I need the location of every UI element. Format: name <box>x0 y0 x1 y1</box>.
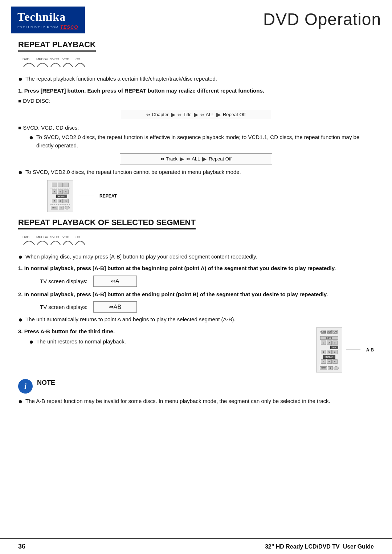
remote-ab-btn-enter <box>334 366 339 370</box>
disc-icons-svg: DVD MPEG4 SVCD VCD CD <box>22 57 94 70</box>
repeat-icon-all2: ⇔ <box>186 156 190 162</box>
remote-ab-btn-5: 5 <box>327 350 332 354</box>
tv-display-a-value: ⇔A <box>111 278 119 284</box>
section2-bullet-3: ● The unit restores to normal playback. <box>29 338 309 346</box>
remote-btn-0: 0 <box>59 206 64 209</box>
tv-display-ab-value: ⇔AB <box>109 304 121 310</box>
bullet-dot-1: ● <box>18 75 23 82</box>
remote-divider2 <box>50 204 70 205</box>
section2-bold3: 3. Press A-B button for the third time. <box>18 327 309 336</box>
note-bullet-text: The A-B repeat function may be invalid f… <box>25 397 330 406</box>
ab-line <box>346 350 360 350</box>
footer-page-number: 36 <box>18 543 25 550</box>
remote-ab-btn-repeat: REPEAT <box>323 355 335 359</box>
remote-row-repeat: REPEAT <box>56 195 70 198</box>
section2-bullet-text-2: The unit automatically returns to point … <box>25 315 236 324</box>
flow-repeat-off-2: Repeat Off <box>209 156 232 162</box>
note-content: NOTE <box>37 379 55 388</box>
flow-arrow-1: ▶ <box>171 111 175 118</box>
flow-arrow-4: ▶ <box>180 155 184 162</box>
note-label: NOTE <box>37 379 55 387</box>
bullet-dot-svcd: ● <box>29 134 33 141</box>
remote-ab-btn-9: 9 <box>332 359 338 364</box>
note-bullets: ● The A-B repeat function may be invalid… <box>18 397 374 406</box>
svg-text:DVD: DVD <box>23 57 30 61</box>
tv-screen-a: ⇔A <box>93 276 137 287</box>
remote-ab-row-nums1: 1 2 3 <box>319 341 339 345</box>
remote-divider1 <box>50 188 70 188</box>
remote-btn-repeat: REPEAT <box>56 195 67 198</box>
bullet-item-2: ● To SVCD, VCD2.0 discs, the repeat func… <box>18 168 374 176</box>
bullet-dot-s2-2: ● <box>18 316 23 323</box>
bullet-text-2: To SVCD, VCD2.0 discs, the repeat functi… <box>25 168 241 176</box>
flow-all: ⇔ ALL <box>200 112 214 117</box>
bullet-dot-2: ● <box>18 168 23 176</box>
remote-ab-btn-2: 2 <box>327 341 332 345</box>
note-bullet-item: ● The A-B repeat function may be invalid… <box>18 397 374 406</box>
remote-ab-row-ab: A-B <box>319 346 339 349</box>
flow-arrow-2: ▶ <box>194 111 198 118</box>
remote-btn-menu: MENU <box>51 206 58 209</box>
bullet-dot-s2-3: ● <box>29 338 33 345</box>
bullet-text-1: The repeat playback function enables a c… <box>25 75 217 83</box>
flow-arrow-5: ▶ <box>202 155 207 162</box>
remote-ab-btn-menu: MENU <box>320 366 327 370</box>
bullet-item-1: ● The repeat playback function enables a… <box>18 75 374 83</box>
remote-ab-row-top: PAUSE STOP PLAY <box>319 330 339 334</box>
dvd-disc-label: ■ DVD DISC: <box>18 97 374 105</box>
remote-row-nums2: 7 8 9 <box>50 199 70 203</box>
remote-ab-btn-play: PLAY <box>332 330 338 334</box>
section2-bullet-text-3: The unit restores to normal playback. <box>36 338 126 346</box>
section1-bullets: ● The repeat playback function enables a… <box>18 75 374 83</box>
flow-title-label: Title <box>183 112 192 117</box>
remote-btn-4: 4 <box>52 190 57 194</box>
remote-ab-row-repeat: REPEAT <box>319 355 339 359</box>
remote-ab-btn-7: 7 <box>321 359 326 364</box>
remote-btn-pause <box>52 183 57 187</box>
note-section: i NOTE <box>18 379 374 394</box>
info-icon: i <box>24 382 26 391</box>
remote-btn-8: 8 <box>58 199 63 203</box>
note-icon: i <box>18 379 33 394</box>
main-content: REPEAT PLAYBACK DVD MPEG4 SVCD VCD CD <box>0 33 392 416</box>
remote-repeat-section: 4 5 6 REPEAT 7 8 9 MENU 0 <box>47 180 374 212</box>
flow-chapter-label: Chapter <box>152 112 168 117</box>
repeat-line <box>79 196 94 196</box>
flow-track: ⇔ Track <box>160 156 177 162</box>
remote-ab-btn-goto: GOTO <box>320 336 338 340</box>
svcd-flow-diagram: ⇔ Track ▶ ⇔ ALL ▶ Repeat Off <box>120 153 272 164</box>
section-selected-segment: REPEAT PLAYBACK OF SELECTED SEGMENT DVD … <box>18 218 374 372</box>
tv-screen-ab: ⇔AB <box>93 301 137 313</box>
remote-ab-label-group: A-B <box>346 347 374 353</box>
svg-text:CD: CD <box>75 235 80 239</box>
logo-box: Technika EXCLUSIVELY FROM TESCO <box>11 7 85 33</box>
remote-ab-btn-8: 8 <box>327 359 332 364</box>
logo-technika: Technika <box>17 10 66 24</box>
remote-ab-btn-stop: STOP <box>327 330 332 334</box>
remote-repeat-diagram: 4 5 6 REPEAT 7 8 9 MENU 0 <box>47 180 73 212</box>
section2-bullets: ● When playing disc, you may press [A-B]… <box>18 253 374 261</box>
flow-repeat-off: Repeat Off <box>223 112 246 117</box>
footer: 36 32" HD Ready LCD/DVD TV User Guide <box>0 538 392 554</box>
section2-bullet3-list: ● The unit restores to normal playback. <box>29 338 309 346</box>
bullet-dot-s2-1: ● <box>18 253 23 260</box>
svg-text:VCD: VCD <box>62 57 70 61</box>
flow-arrow-3: ▶ <box>216 111 221 118</box>
svg-text:MPEG4: MPEG4 <box>36 57 48 61</box>
remote-btn-9: 9 <box>64 199 69 203</box>
repeat-icon-chapter: ⇔ <box>146 112 150 117</box>
page-title: DVD Operation <box>263 9 381 29</box>
section2-bold3-group: 3. Press A-B button for the third time. … <box>18 327 374 372</box>
remote-row-nums1: 4 5 6 <box>50 190 70 194</box>
remote-ab-btn-1: 1 <box>321 341 326 345</box>
section2-bold2: 2. In normal playback, press [A-B] butto… <box>18 290 374 299</box>
tv-display-a-row: TV screen displays: ⇔A <box>40 276 374 287</box>
remote-btn-enter <box>65 206 70 209</box>
remote-ab-btn-3: 3 <box>332 341 338 345</box>
logo-sub: EXCLUSIVELY FROM TESCO <box>17 24 78 30</box>
repeat-icon-track: ⇔ <box>160 156 164 162</box>
remote-ab-label: A-B <box>366 347 374 353</box>
svcd-bullet-text: To SVCD, VCD2.0 discs, the repeat functi… <box>36 133 374 150</box>
remote-btn-stop <box>58 183 63 187</box>
flow-all-label: ALL <box>206 112 214 117</box>
